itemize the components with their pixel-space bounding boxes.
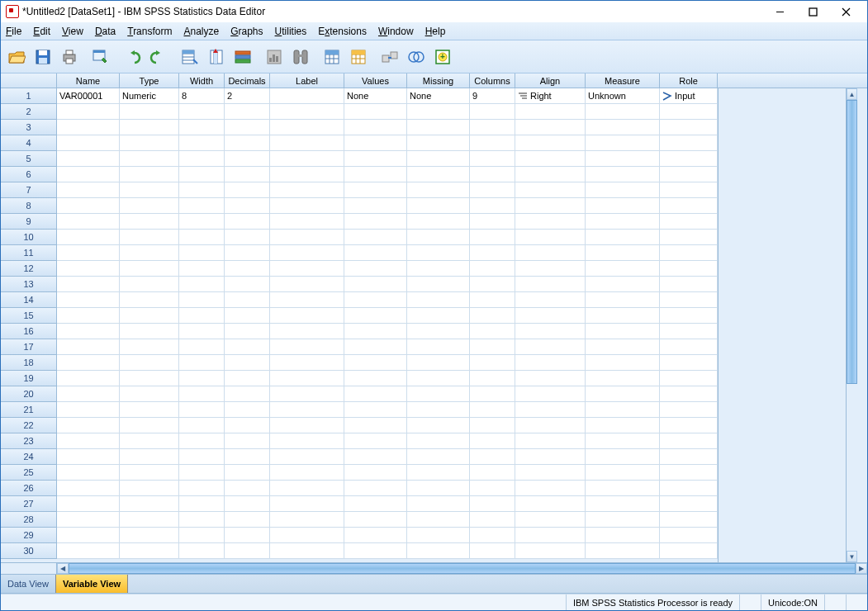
row-header[interactable]: 23 (1, 433, 57, 449)
cell[interactable] (586, 512, 660, 527)
cell[interactable] (344, 543, 407, 558)
cell[interactable] (407, 308, 470, 323)
cell[interactable] (57, 277, 120, 291)
cell[interactable] (57, 496, 120, 511)
cell[interactable] (120, 120, 179, 135)
cell[interactable] (225, 465, 270, 480)
cell[interactable] (586, 465, 660, 480)
cell[interactable] (660, 512, 718, 527)
cell[interactable] (586, 543, 660, 558)
cell[interactable] (470, 449, 515, 464)
cell[interactable] (407, 104, 470, 119)
cell[interactable] (225, 418, 270, 433)
cell[interactable] (344, 371, 407, 386)
cell[interactable] (470, 182, 515, 197)
cell[interactable] (470, 543, 515, 558)
cell[interactable] (586, 277, 660, 291)
cell[interactable] (225, 182, 270, 197)
cell[interactable] (515, 371, 586, 386)
cell[interactable] (57, 120, 120, 135)
cell[interactable] (120, 104, 179, 119)
cell[interactable] (407, 449, 470, 464)
cell[interactable] (270, 355, 344, 370)
menu-extensions[interactable]: Extensions (318, 26, 367, 37)
cell[interactable] (344, 308, 407, 323)
col-name[interactable]: Name (57, 73, 120, 88)
cell[interactable] (270, 324, 344, 339)
cell[interactable] (270, 481, 344, 495)
col-decimals[interactable]: Decimals (225, 73, 270, 88)
cell[interactable] (270, 386, 344, 401)
cell[interactable] (470, 339, 515, 354)
cell[interactable] (660, 167, 718, 182)
cell[interactable] (586, 386, 660, 401)
cell[interactable] (407, 230, 470, 244)
cell[interactable] (179, 402, 225, 417)
col-align[interactable]: Align (515, 73, 586, 88)
cell[interactable] (179, 167, 225, 182)
cell[interactable] (344, 292, 407, 307)
cell[interactable] (515, 120, 586, 135)
cell[interactable] (344, 402, 407, 417)
cell[interactable] (120, 324, 179, 339)
cell[interactable] (407, 120, 470, 135)
cell[interactable] (660, 277, 718, 291)
run-descriptives-icon[interactable] (262, 45, 287, 69)
cell[interactable] (470, 261, 515, 276)
cell[interactable] (57, 198, 120, 213)
cell[interactable] (344, 198, 407, 213)
row-header[interactable]: 21 (1, 402, 57, 418)
cell[interactable] (470, 135, 515, 150)
cell[interactable] (270, 512, 344, 527)
cell[interactable] (470, 402, 515, 417)
cell[interactable] (270, 182, 344, 197)
cell[interactable] (660, 245, 718, 260)
cell[interactable] (660, 324, 718, 339)
cell[interactable] (57, 261, 120, 276)
cell[interactable] (660, 308, 718, 323)
vertical-scrollbar[interactable]: ▲ ▼ (846, 88, 857, 562)
cell[interactable] (586, 151, 660, 166)
cell[interactable] (225, 308, 270, 323)
cell[interactable] (515, 151, 586, 166)
row-header[interactable]: 19 (1, 371, 57, 386)
cell[interactable] (179, 528, 225, 542)
cell[interactable] (660, 481, 718, 495)
row-header[interactable]: 9 (1, 214, 57, 230)
cell[interactable] (57, 214, 120, 229)
cell[interactable]: VAR00001 (57, 88, 120, 103)
cell[interactable] (515, 198, 586, 213)
cell[interactable] (57, 512, 120, 527)
print-icon[interactable] (57, 45, 82, 69)
cell[interactable] (407, 292, 470, 307)
cell[interactable] (470, 433, 515, 448)
col-columns[interactable]: Columns (470, 73, 515, 88)
cell[interactable] (586, 433, 660, 448)
cell[interactable] (225, 230, 270, 244)
cell[interactable] (515, 433, 586, 448)
cell[interactable] (344, 261, 407, 276)
cell[interactable] (120, 386, 179, 401)
cell[interactable] (344, 214, 407, 229)
cell[interactable]: 9 (470, 88, 515, 103)
row-header[interactable]: 22 (1, 418, 57, 433)
cell[interactable] (515, 465, 586, 480)
cell[interactable] (660, 418, 718, 433)
scroll-left-icon[interactable]: ◀ (57, 563, 69, 574)
cell[interactable] (57, 292, 120, 307)
cell[interactable] (57, 324, 120, 339)
cell[interactable] (660, 261, 718, 276)
col-values[interactable]: Values (344, 73, 407, 88)
cell[interactable] (225, 355, 270, 370)
cell[interactable]: Numeric (120, 88, 179, 103)
cell[interactable] (270, 88, 344, 103)
cell[interactable] (270, 465, 344, 480)
cell[interactable] (407, 339, 470, 354)
cell[interactable] (515, 214, 586, 229)
cell[interactable] (270, 418, 344, 433)
cell[interactable] (225, 151, 270, 166)
cell[interactable] (344, 135, 407, 150)
cell[interactable] (470, 512, 515, 527)
cell[interactable] (179, 104, 225, 119)
col-width[interactable]: Width (179, 73, 225, 88)
